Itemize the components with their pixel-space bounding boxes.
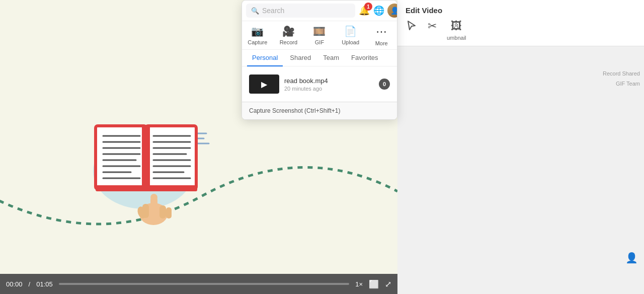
upload-icon: 📄 [344, 25, 357, 37]
user-icon-area: 👤 [625, 252, 638, 264]
gif-label: GIF [315, 39, 324, 45]
capture-action[interactable]: 📷 Capture [245, 25, 271, 46]
cursor-tool[interactable] [406, 20, 418, 41]
svg-rect-32 [166, 207, 172, 218]
media-actions-row: 📷 Capture 🎥 Record 🎞️ GIF 📄 Upload ⋯ [242, 21, 397, 50]
search-icon: 🔍 [251, 7, 259, 15]
more-icon: ⋯ [376, 25, 387, 38]
video-time-sep: / [29, 280, 31, 288]
record-item[interactable]: ▶ read book.mp4 20 minutes ago 0 [246, 70, 393, 98]
tab-personal[interactable]: Personal [247, 50, 283, 66]
video-controls-bar: 00:00 / 01:05 1× ⬜ ⤢ [0, 274, 397, 294]
user-icon: 👤 [625, 252, 638, 263]
capture-icon: 📷 [251, 25, 264, 37]
notification-bell[interactable]: 🔔 1 [358, 5, 370, 17]
svg-rect-31 [159, 205, 166, 218]
svg-rect-11 [96, 185, 197, 191]
video-time: 00:00 [6, 280, 23, 288]
avatar[interactable]: 👤 [387, 4, 397, 18]
video-frame-icon[interactable]: ⬜ [369, 279, 379, 289]
gif-team-text: GIF Team [603, 81, 640, 87]
record-label: Record [280, 39, 297, 45]
record-thumbnail: ▶ [249, 75, 279, 94]
record-shared-text: Record Shared [603, 70, 640, 77]
thumbnail-tool[interactable]: 🖼 umbnail [447, 20, 466, 41]
tab-shared[interactable]: Shared [285, 50, 316, 66]
svg-point-34 [150, 194, 157, 201]
gif-action[interactable]: 🎞️ GIF [306, 25, 333, 46]
bottom-bar[interactable]: Capture Screenshot (Ctrl+Shift+1) [242, 102, 397, 119]
notification-count: 1 [364, 3, 372, 11]
header-icons: 🔔 1 🌐 👤 ▾ [358, 4, 397, 18]
content-list: ▶ read book.mp4 20 minutes ago 0 [242, 66, 397, 102]
right-content-area: Record Shared GIF Team 👤 [397, 46, 644, 294]
edit-video-tools: ✂ 🖼 umbnail [406, 20, 636, 46]
record-name: read book.mp4 [284, 77, 374, 85]
scissors-tool[interactable]: ✂ [428, 20, 437, 41]
upload-label: Upload [342, 39, 359, 45]
edit-video-title: Edit Video [406, 6, 636, 15]
record-action[interactable]: 🎥 Record [275, 25, 301, 46]
sidebar-labels: Record Shared GIF Team [599, 66, 644, 91]
video-progress-bar[interactable] [59, 283, 349, 285]
book-illustration [80, 116, 216, 237]
more-label: More [375, 40, 388, 46]
video-fullscreen-icon[interactable]: ⤢ [385, 279, 391, 289]
search-input[interactable] [262, 7, 350, 15]
video-speed[interactable]: 1× [355, 280, 363, 288]
tabs-row: Personal Shared Team Favorites [242, 50, 397, 66]
dropdown-panel: 🔍 🔔 1 🌐 👤 ▾ 📷 [242, 0, 397, 120]
cursor-icon [406, 20, 418, 35]
upload-action[interactable]: 📄 Upload [338, 25, 364, 46]
scissors-icon: ✂ [428, 20, 437, 33]
globe-icon[interactable]: 🌐 [373, 5, 384, 16]
video-time-total: 01:05 [36, 280, 53, 288]
record-icon: 🎥 [282, 25, 295, 37]
record-badge: 0 [379, 79, 390, 90]
record-info: read book.mp4 20 minutes ago [284, 77, 374, 92]
right-panel: 🔍 🔔 1 🌐 👤 ▾ 📷 [397, 0, 644, 294]
more-action[interactable]: ⋯ More [368, 25, 394, 46]
svg-rect-10 [142, 125, 150, 190]
thumbnail-play-icon: ▶ [261, 80, 267, 89]
main-layout: 00:00 / 01:05 1× ⬜ ⤢ 🔍 🔔 [0, 0, 644, 294]
record-time: 20 minutes ago [284, 86, 374, 92]
tab-favorites[interactable]: Favorites [346, 50, 383, 66]
image-icon: 🖼 [451, 20, 462, 33]
capture-label: Capture [248, 39, 267, 45]
tab-team[interactable]: Team [318, 50, 344, 66]
capture-screenshot-label: Capture Screenshot (Ctrl+Shift+1) [249, 107, 340, 114]
thumbnail-label: umbnail [447, 35, 466, 41]
gif-icon: 🎞️ [313, 25, 326, 37]
edit-video-header: Edit Video ✂ 🖼 umbnail [397, 0, 644, 46]
